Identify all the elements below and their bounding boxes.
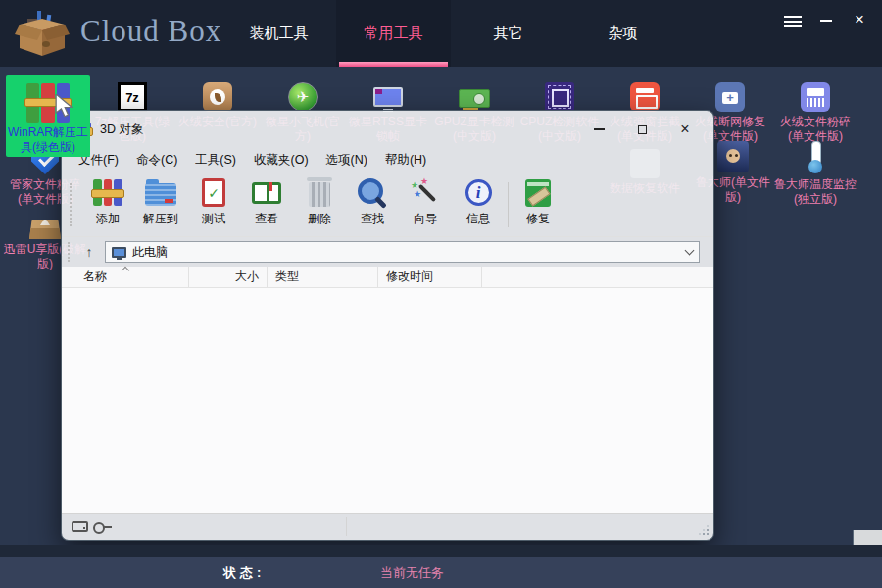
menu-options[interactable]: 选项(N) <box>318 152 376 169</box>
gpu-card-icon <box>459 89 490 108</box>
app-title: Cloud Box <box>80 14 221 49</box>
magnifier-icon <box>357 177 388 209</box>
toolbar-separator <box>508 182 509 227</box>
app-header: Cloud Box 装机工具 常用工具 其它 杂项 × <box>0 0 882 67</box>
column-modified[interactable]: 修改时间 <box>378 267 482 287</box>
chevron-down-icon <box>685 245 695 255</box>
status-value: 当前无任务 <box>380 564 444 582</box>
app-minimize-button[interactable] <box>809 5 843 34</box>
menu-help[interactable]: 帮助(H) <box>376 152 435 169</box>
menu-bar: 文件(F) 命令(C) 工具(S) 收藏夹(O) 选项(N) 帮助(H) <box>62 148 713 172</box>
menu-favorites[interactable]: 收藏夹(O) <box>245 152 318 169</box>
app-window-controls: × <box>776 0 876 39</box>
toolbar-info-button[interactable]: i 信息 <box>452 176 505 233</box>
drive-icon <box>72 521 88 532</box>
shredder-icon <box>801 82 830 112</box>
column-type[interactable]: 类型 <box>268 267 378 287</box>
window-close-button[interactable]: × <box>670 118 700 141</box>
status-label: 状态: <box>223 564 265 582</box>
menu-commands[interactable]: 命令(C) <box>127 152 186 169</box>
toolbar-extract-button[interactable]: 解压到 <box>134 176 187 233</box>
toolbar-add-button[interactable]: 添加 <box>81 176 134 233</box>
desktop-item-winrar[interactable]: WinRAR解压工具(绿色版) <box>6 75 90 157</box>
toolbar-test-button[interactable]: ✓ 测试 <box>187 176 240 233</box>
cpu-chip-icon <box>545 82 574 112</box>
medkit-plus-icon <box>715 82 745 112</box>
thermometer-icon <box>803 141 828 174</box>
column-header-row: 名称 大小 类型 修改时间 <box>62 267 713 288</box>
open-box-icon <box>29 220 61 239</box>
desktop-item-huorong-file-shredder[interactable]: 火绒文件粉碎(单文件版) <box>773 82 858 144</box>
winrar-window: 3D 对象 × 文件(F) 命令(C) 工具(S) 收藏夹(O) 选项(N) 帮… <box>61 110 714 541</box>
desktop-item-label: WinRAR解压工具(绿色版) <box>8 125 88 155</box>
cloud-box-app: 7z 7z解压工具(绿色版) 火绒安全(官方) ✈ 微星小飞机(官方) 微星RT… <box>0 0 882 588</box>
monitor-icon <box>373 87 403 107</box>
footer-divider <box>0 545 882 557</box>
column-size[interactable]: 大小 <box>189 267 268 287</box>
airplane-icon: ✈ <box>288 82 318 112</box>
column-name[interactable]: 名称 <box>62 267 189 287</box>
tab-others[interactable]: 其它 <box>451 0 565 67</box>
ludashi-face-icon <box>717 141 749 172</box>
desktop-item-ludashi-temp[interactable]: 鲁大师温度监控(独立版) <box>773 139 858 207</box>
address-row: ↑ 此电脑 <box>62 237 713 267</box>
up-directory-button[interactable]: ↑ <box>77 241 101 263</box>
magic-wand-icon: ★★★ <box>410 177 441 209</box>
status-separator <box>346 517 347 536</box>
menu-hamburger-icon[interactable] <box>776 5 809 34</box>
huorong-leaf-icon <box>203 82 232 112</box>
toolbar: 添加 解压到 ✓ 测试 查看 删除 查找 <box>62 172 713 237</box>
7z-icon: 7z <box>118 82 147 112</box>
key-icon <box>93 522 113 532</box>
address-value: 此电脑 <box>132 244 686 261</box>
sort-ascending-icon <box>122 267 129 274</box>
resize-grip[interactable] <box>697 523 709 535</box>
window-status-bar <box>62 513 713 540</box>
address-combobox[interactable]: 此电脑 <box>105 241 700 263</box>
active-tab-underline <box>339 62 448 67</box>
info-icon: i <box>466 179 492 206</box>
toolbar-view-button[interactable]: 查看 <box>240 176 293 233</box>
popup-window-icon <box>630 82 660 112</box>
extract-folder-icon <box>145 183 176 206</box>
window-maximize-button[interactable] <box>627 118 657 141</box>
test-clipboard-icon: ✓ <box>202 178 225 207</box>
window-minimize-button[interactable] <box>584 118 613 141</box>
toolbar-wizard-button[interactable]: ★★★ 向导 <box>399 176 452 233</box>
repair-book-icon <box>525 179 551 207</box>
tab-misc[interactable]: 杂项 <box>565 0 680 67</box>
menu-tools[interactable]: 工具(S) <box>186 152 245 169</box>
tab-common-tools[interactable]: 常用工具 <box>336 0 451 67</box>
toolbar-delete-button[interactable]: 删除 <box>293 176 346 233</box>
tab-setup-tools[interactable]: 装机工具 <box>221 0 336 67</box>
trash-icon <box>309 182 330 207</box>
view-book-icon <box>252 182 281 204</box>
toolbar-grip[interactable] <box>70 183 77 226</box>
app-close-button[interactable]: × <box>843 5 876 34</box>
this-pc-icon <box>112 247 126 258</box>
desktop-item-label: 鲁大师温度监控(独立版) <box>773 177 858 207</box>
footer-status-bar: 状态: 当前无任务 <box>0 557 882 588</box>
add-archive-icon <box>93 179 122 206</box>
tab-bar: 装机工具 常用工具 其它 杂项 <box>221 0 680 67</box>
column-empty <box>482 267 713 287</box>
window-title: 3D 对象 <box>100 122 143 138</box>
address-grip[interactable] <box>68 242 75 262</box>
mouse-cursor-icon <box>55 94 74 118</box>
toolbar-repair-button[interactable]: 修复 <box>512 176 564 233</box>
cloud-box-logo-icon <box>14 7 71 60</box>
file-list[interactable] <box>62 288 713 513</box>
toolbar-find-button[interactable]: 查找 <box>346 176 399 233</box>
window-titlebar[interactable]: 3D 对象 × <box>62 111 713 148</box>
